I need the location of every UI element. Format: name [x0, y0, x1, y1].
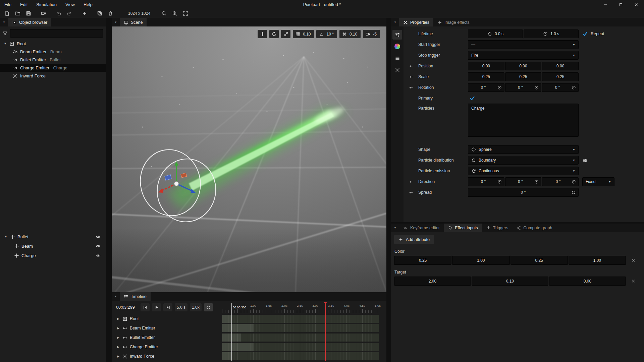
- tab-object-browser[interactable]: Object browser: [8, 18, 51, 26]
- distribution-settings-icon[interactable]: [582, 158, 587, 163]
- tree-item-bullet-emitter[interactable]: Bullet Emitter Bullet: [0, 56, 106, 64]
- tab-keyframe-editor[interactable]: Keyframe editor: [399, 224, 444, 232]
- spread-field[interactable]: 0 °: [468, 188, 579, 197]
- expander-icon[interactable]: ▶: [116, 336, 120, 339]
- translation-snap-control[interactable]: 0.10: [339, 30, 361, 38]
- timeline-tracks-area[interactable]: 1.0s 1.5s 2.0s 2.5s 3.0s 3.5s 4.0s 4.5s …: [222, 301, 379, 362]
- direction-x-field[interactable]: 0 °: [468, 177, 504, 186]
- zoom-out-button[interactable]: [159, 9, 169, 18]
- loop-button[interactable]: [204, 303, 213, 311]
- panel-menu-icon[interactable]: ▼: [391, 18, 399, 26]
- redo-button[interactable]: [64, 9, 74, 18]
- clock-icon[interactable]: [572, 180, 576, 184]
- direction-y-field[interactable]: 0 °: [505, 177, 542, 186]
- track-root[interactable]: [222, 315, 379, 323]
- type-item-beam[interactable]: Beam: [0, 241, 106, 251]
- add-attribute-button[interactable]: Add attribute: [394, 235, 434, 244]
- color-value-3-field[interactable]: 1.00: [569, 256, 626, 265]
- viewport-canvas[interactable]: [112, 26, 386, 292]
- clock-icon[interactable]: [497, 180, 502, 184]
- menu-edit[interactable]: Edit: [16, 0, 32, 9]
- visibility-eye-icon[interactable]: [96, 244, 101, 249]
- undo-button[interactable]: [54, 9, 64, 18]
- rotate-tool-button[interactable]: [269, 30, 279, 38]
- scale-y-field[interactable]: 0.25: [505, 72, 542, 81]
- shape-dropdown[interactable]: Sphere ▼: [468, 145, 579, 154]
- timeline-row-root[interactable]: ▶ Root: [112, 314, 222, 323]
- start-trigger-dropdown[interactable]: — ▼: [468, 40, 579, 49]
- type-item-charge[interactable]: Charge: [0, 251, 106, 260]
- track-segment[interactable]: [222, 343, 253, 351]
- tree-item-root[interactable]: ▼ Root: [0, 40, 106, 48]
- camera-zoom-control[interactable]: -5: [363, 30, 380, 38]
- scale-z-field[interactable]: 0.25: [542, 72, 579, 81]
- menu-simulation[interactable]: Simulation: [32, 0, 61, 9]
- minimize-button[interactable]: [598, 0, 613, 9]
- tab-compute-graph[interactable]: Compute graph: [512, 224, 556, 232]
- scene-viewport[interactable]: 0.10 10 ° 0.10 -5: [112, 26, 386, 292]
- open-file-button[interactable]: [13, 9, 23, 18]
- tab-triggers[interactable]: Triggers: [482, 224, 512, 232]
- timeline-row-inward-force[interactable]: ▶ Inward Force: [112, 352, 222, 361]
- expander-icon[interactable]: ▶: [116, 345, 120, 349]
- tab-effect-inputs[interactable]: Effect inputs: [444, 224, 482, 232]
- emission-dropdown[interactable]: Continuous ▼: [468, 167, 579, 175]
- direction-z-field[interactable]: -0 °: [542, 177, 579, 186]
- timeline-row-beam-emitter[interactable]: ▶ Beam Emitter: [112, 323, 222, 333]
- rotation-snap-control[interactable]: 10 °: [316, 30, 337, 38]
- remove-target-attribute-button[interactable]: [628, 277, 638, 286]
- timeline-row-charge-emitter[interactable]: ▶ Charge Emitter: [112, 342, 222, 352]
- keyframe-icon[interactable]: [409, 64, 413, 68]
- category-layers-button[interactable]: [392, 53, 402, 63]
- panel-menu-icon[interactable]: ▼: [0, 18, 8, 26]
- tree-item-beam-emitter[interactable]: Beam Emitter Beam: [0, 48, 106, 56]
- rotation-z-field[interactable]: 0 °: [542, 83, 579, 92]
- clock-icon[interactable]: [497, 85, 502, 90]
- maximize-button[interactable]: [613, 0, 629, 9]
- tree-item-charge-emitter[interactable]: Charge Emitter Charge: [0, 64, 106, 72]
- save-file-button[interactable]: [23, 9, 34, 18]
- grid-size-control[interactable]: 0.10: [293, 30, 314, 38]
- close-button[interactable]: [629, 0, 644, 9]
- position-x-field[interactable]: 0.00: [468, 62, 504, 70]
- zoom-fit-button[interactable]: [180, 9, 191, 18]
- stop-trigger-dropdown[interactable]: Fire ▼: [468, 51, 579, 60]
- tab-timeline[interactable]: Timeline: [120, 292, 151, 301]
- expander-icon[interactable]: ▼: [4, 235, 8, 238]
- object-filter-input[interactable]: [10, 29, 103, 38]
- panel-menu-icon[interactable]: ▼: [391, 224, 399, 232]
- keyframe-icon[interactable]: [409, 180, 413, 184]
- target-value-2-field[interactable]: 0.00: [549, 277, 626, 286]
- target-value-0-field[interactable]: 2.00: [394, 277, 471, 286]
- primary-checkbox[interactable]: [470, 96, 475, 101]
- keyframe-icon[interactable]: [409, 190, 413, 195]
- playhead[interactable]: [325, 303, 326, 361]
- duration-button[interactable]: 5.0 s: [175, 303, 187, 311]
- move-tool-button[interactable]: [258, 30, 267, 38]
- menu-file[interactable]: File: [0, 0, 16, 9]
- category-forces-button[interactable]: [392, 65, 402, 75]
- add-object-button[interactable]: [79, 9, 90, 18]
- track-charge-emitter[interactable]: [222, 343, 379, 351]
- new-file-button[interactable]: [2, 9, 12, 18]
- expander-icon[interactable]: ▶: [116, 326, 120, 330]
- color-value-1-field[interactable]: 1.00: [452, 256, 509, 265]
- expander-icon[interactable]: ▶: [116, 355, 120, 358]
- ring-icon[interactable]: [571, 190, 576, 195]
- track-inward-force[interactable]: [222, 352, 379, 360]
- speed-button[interactable]: 1.0x: [190, 303, 202, 311]
- menu-view[interactable]: View: [61, 0, 79, 9]
- expander-icon[interactable]: ▼: [3, 42, 7, 45]
- tab-properties[interactable]: Properties: [399, 18, 433, 26]
- skip-end-button[interactable]: [163, 303, 172, 311]
- direction-mode-dropdown[interactable]: Fixed ▼: [582, 177, 614, 186]
- tree-item-inward-force[interactable]: Inward Force: [0, 72, 106, 80]
- target-value-1-field[interactable]: 0.10: [472, 277, 548, 286]
- type-item-bullet[interactable]: ▼ Bullet: [0, 232, 106, 241]
- track-segment[interactable]: [222, 324, 253, 332]
- distribution-dropdown[interactable]: Boundary ▼: [468, 156, 579, 165]
- repeat-checkbox[interactable]: [582, 31, 588, 37]
- visibility-eye-icon[interactable]: [96, 253, 101, 258]
- remove-color-attribute-button[interactable]: [628, 256, 638, 265]
- particles-listbox[interactable]: Charge: [468, 104, 579, 137]
